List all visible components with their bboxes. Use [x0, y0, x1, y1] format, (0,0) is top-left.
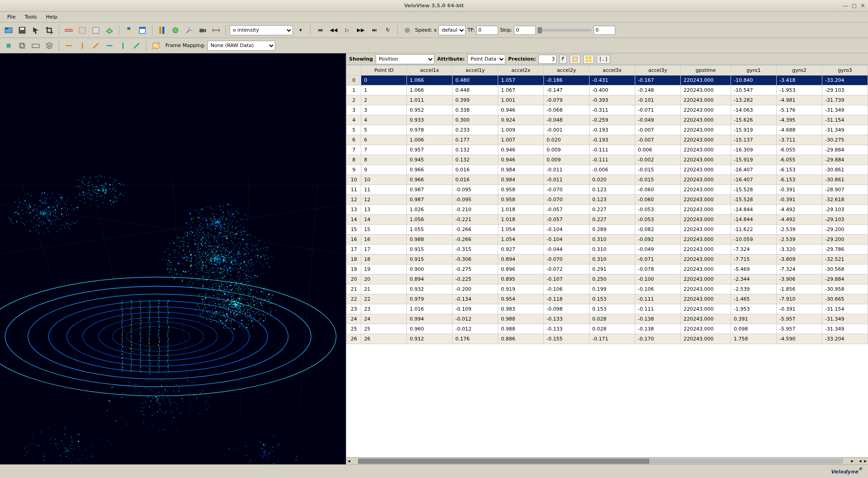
cell[interactable]: -0.186	[544, 76, 590, 85]
row-header[interactable]: 9	[347, 165, 361, 175]
cell[interactable]: 1.018	[498, 215, 544, 225]
column-header[interactable]: accel2y	[544, 66, 590, 76]
orbit-button[interactable]	[170, 24, 181, 36]
row-header[interactable]: 11	[347, 185, 361, 195]
cell[interactable]: -0.001	[544, 125, 590, 135]
cell[interactable]: 0.994	[407, 314, 453, 324]
table-row[interactable]: 770.9570.1320.9460.009-0.1110.006220243.…	[347, 145, 868, 155]
cell[interactable]: 24	[361, 314, 407, 324]
cell[interactable]: -3.711	[776, 135, 822, 145]
loop-button[interactable]: ↻	[382, 24, 394, 36]
cell[interactable]: 0.123	[590, 195, 635, 205]
cell[interactable]: -10.547	[731, 85, 777, 95]
cell[interactable]: -10.059	[731, 235, 777, 245]
row-header[interactable]: 24	[347, 314, 361, 324]
cell[interactable]: 0.310	[590, 235, 635, 245]
cell[interactable]: 0.894	[498, 255, 544, 264]
cell[interactable]: 0.020	[590, 175, 635, 185]
cell[interactable]: -0.002	[635, 155, 681, 165]
cell[interactable]: 220243.000	[680, 274, 731, 284]
cell[interactable]: -16.407	[731, 165, 777, 175]
cell[interactable]: -2.344	[731, 274, 777, 284]
data-grid[interactable]: Point IDaccel1xaccel1yaccel2xaccel2yacce…	[346, 65, 868, 457]
cell[interactable]: -29.103	[822, 215, 868, 225]
cell[interactable]: 0.933	[407, 115, 453, 125]
row-header[interactable]: 13	[347, 205, 361, 215]
cell[interactable]: -0.266	[453, 235, 498, 245]
cell[interactable]: -0.053	[635, 205, 681, 215]
cell[interactable]: 0.391	[731, 314, 777, 324]
cell[interactable]: -15.626	[731, 115, 777, 125]
seek-forward-button[interactable]: ▶▶	[355, 24, 367, 36]
cell[interactable]: 0.988	[498, 324, 544, 334]
cell[interactable]: -14.844	[731, 205, 777, 215]
cell[interactable]: 0.132	[453, 145, 498, 155]
column-header[interactable]: gyro2	[776, 66, 822, 76]
cell[interactable]: -0.070	[544, 185, 590, 195]
cell[interactable]: 0.927	[498, 245, 544, 255]
keyboard-button[interactable]	[30, 40, 42, 52]
cell[interactable]: 18	[361, 255, 407, 264]
cell[interactable]: -15.528	[731, 185, 777, 195]
table-row[interactable]: 11110.987-0.0950.958-0.0700.123-0.060220…	[347, 185, 868, 195]
cell[interactable]: 0.894	[407, 274, 453, 284]
view-neg-x-button[interactable]	[104, 40, 115, 52]
cell[interactable]: -4.492	[776, 215, 822, 225]
cell[interactable]: -15.137	[731, 135, 777, 145]
cell[interactable]: -0.011	[544, 165, 590, 175]
cell[interactable]: -0.170	[635, 334, 681, 344]
cell[interactable]: 16	[361, 235, 407, 245]
cell[interactable]: -0.068	[544, 105, 590, 115]
cell[interactable]: 1.057	[498, 76, 544, 85]
cell[interactable]: 11	[361, 185, 407, 195]
cell[interactable]: -0.259	[590, 115, 635, 125]
cell[interactable]: 220243.000	[680, 125, 731, 135]
table-row[interactable]: 330.9520.3380.946-0.068-0.311-0.07122024…	[347, 105, 868, 115]
cell[interactable]: 5	[361, 125, 407, 135]
cell[interactable]: -14.844	[731, 215, 777, 225]
cell[interactable]: 0.009	[544, 155, 590, 165]
cell[interactable]: -4.590	[776, 334, 822, 344]
cell[interactable]: -30.861	[822, 165, 868, 175]
cell[interactable]: -0.071	[635, 105, 681, 115]
cell[interactable]: 220243.000	[680, 294, 731, 304]
cell[interactable]: 0.300	[453, 115, 498, 125]
cell[interactable]: 0.289	[590, 225, 635, 235]
table-row[interactable]: 001.0660.4801.057-0.186-0.431-0.16722024…	[347, 76, 868, 85]
cell[interactable]: -5.176	[776, 105, 822, 115]
cell[interactable]: -0.111	[635, 294, 681, 304]
cell[interactable]: -2.539	[776, 225, 822, 235]
menu-tools[interactable]: Tools	[21, 13, 40, 21]
stack-button[interactable]	[43, 40, 55, 52]
cell[interactable]: 0.919	[498, 284, 544, 294]
row-header[interactable]: 17	[347, 245, 361, 255]
column-header[interactable]: accel2x	[498, 66, 544, 76]
colormap-button[interactable]	[156, 24, 168, 36]
cell[interactable]: -2.539	[776, 235, 822, 245]
minimize-button[interactable]: —	[842, 2, 848, 9]
cell[interactable]: 0.250	[590, 274, 635, 284]
cell[interactable]: -6.055	[776, 145, 822, 155]
cell[interactable]: -0.221	[453, 215, 498, 225]
cell[interactable]: 3	[361, 105, 407, 115]
cell[interactable]: 0.098	[731, 324, 777, 334]
cell[interactable]: 0.960	[407, 324, 453, 334]
table-row[interactable]: 14141.056-0.2211.018-0.0570.227-0.053220…	[347, 215, 868, 225]
cell[interactable]: -7.715	[731, 255, 777, 264]
cell[interactable]: -11.622	[731, 225, 777, 235]
cell[interactable]: -0.100	[635, 274, 681, 284]
cell[interactable]: 0.966	[407, 175, 453, 185]
cell[interactable]: 0.176	[453, 334, 498, 344]
cell[interactable]: 0.979	[407, 294, 453, 304]
cell[interactable]: -0.007	[635, 135, 681, 145]
speed-select[interactable]: default	[439, 25, 466, 35]
cell[interactable]: -0.118	[544, 294, 590, 304]
cell[interactable]: -0.138	[635, 314, 681, 324]
cell[interactable]: 9	[361, 165, 407, 175]
cell[interactable]: -31.349	[822, 324, 868, 334]
cell[interactable]: 220243.000	[680, 215, 731, 225]
table-row[interactable]: 19190.900-0.2750.896-0.0720.291-0.078220…	[347, 264, 868, 274]
cell[interactable]: -29.103	[822, 85, 868, 95]
cell[interactable]: 0.958	[498, 185, 544, 195]
cell[interactable]: -5.957	[776, 314, 822, 324]
